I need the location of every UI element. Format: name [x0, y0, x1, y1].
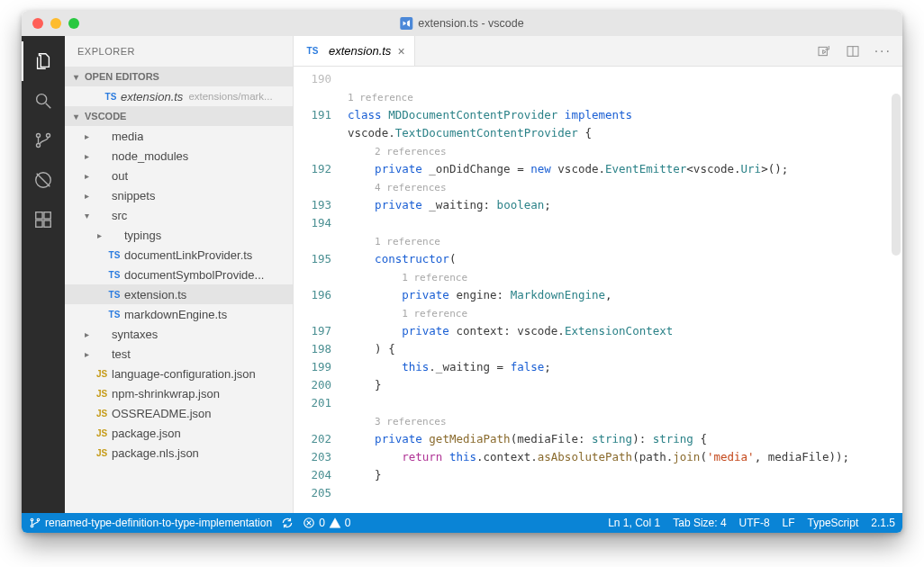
maximize-window-button[interactable]	[68, 18, 79, 29]
ts-file-icon: TS	[104, 270, 124, 280]
explorer-item[interactable]: node_modules	[65, 146, 293, 166]
window-controls	[22, 18, 79, 29]
bug-icon	[33, 170, 53, 190]
explorer-item[interactable]: TSextension.ts	[65, 284, 293, 304]
item-label: language-configuration.json	[112, 367, 256, 381]
svg-rect-8	[44, 220, 50, 227]
js-file-icon: JS	[92, 389, 112, 399]
editor-actions: ···	[806, 36, 902, 66]
chevron-icon	[81, 211, 92, 220]
explorer-item[interactable]: TSextension.tsextensions/mark...	[65, 86, 293, 106]
item-label: npm-shrinkwrap.json	[112, 387, 220, 400]
goto-icon[interactable]	[817, 44, 831, 58]
code-content[interactable]: 1 referenceclass MDDocumentContentProvid…	[348, 67, 902, 513]
explorer-item[interactable]: snippets	[65, 185, 293, 205]
svg-point-2	[36, 143, 40, 147]
svg-point-1	[36, 133, 40, 137]
explorer-item[interactable]: JSlanguage-configuration.json	[65, 364, 293, 383]
item-label: out	[112, 169, 128, 183]
svg-rect-5	[36, 212, 42, 219]
explorer-item[interactable]: out	[65, 166, 293, 185]
svg-point-0	[37, 94, 47, 104]
explorer-item[interactable]: JSOSSREADME.json	[65, 403, 293, 423]
item-label: documentLinkProvider.ts	[124, 248, 252, 262]
git-branch-icon	[33, 130, 53, 150]
item-label: package.json	[112, 427, 181, 440]
chevron-icon	[94, 230, 104, 240]
chevron-icon	[81, 151, 92, 161]
activity-scm[interactable]	[22, 121, 65, 160]
svg-point-12	[31, 525, 33, 527]
window-title: extension.ts - vscode	[400, 17, 523, 30]
titlebar[interactable]: extension.ts - vscode	[22, 11, 902, 36]
editor-tabbar: TS extension.ts × ···	[294, 36, 902, 67]
item-label: typings	[124, 229, 161, 242]
status-eol[interactable]: LF	[783, 517, 795, 529]
explorer-item[interactable]: JSpackage.nls.json	[65, 443, 293, 463]
line-number-gutter: 1901911921931941951961971981992002012022…	[294, 67, 348, 513]
svg-rect-7	[36, 220, 42, 227]
tab-close-icon[interactable]: ×	[397, 44, 404, 58]
item-label: OSSREADME.json	[112, 407, 212, 420]
explorer-item[interactable]: src	[65, 205, 293, 225]
extensions-icon	[33, 210, 53, 230]
explorer-item[interactable]: JSnpm-shrinkwrap.json	[65, 383, 293, 403]
more-actions-icon[interactable]: ···	[874, 43, 892, 59]
branch-icon	[29, 517, 41, 529]
status-cursor-position[interactable]: Ln 1, Col 1	[608, 517, 660, 529]
explorer-item[interactable]: JSpackage.json	[65, 423, 293, 443]
section-open-editors[interactable]: OPEN EDITORS	[65, 67, 293, 86]
section-workspace[interactable]: VSCODE	[65, 106, 293, 126]
explorer-item[interactable]: TSmarkdownEngine.ts	[65, 304, 293, 324]
ts-file-icon: TS	[104, 310, 124, 320]
sidebar-explorer: EXPLORER OPEN EDITORS TSextension.tsexte…	[65, 36, 294, 513]
vscode-icon	[400, 17, 412, 30]
activity-debug[interactable]	[22, 160, 65, 200]
code-editor[interactable]: 1901911921931941951961971981992002012022…	[294, 67, 902, 513]
explorer-item[interactable]: TSdocumentSymbolProvide...	[65, 265, 293, 284]
chevron-icon	[81, 191, 92, 201]
explorer-item[interactable]: typings	[65, 225, 293, 245]
item-label: media	[112, 130, 143, 143]
minimize-window-button[interactable]	[50, 18, 61, 29]
status-problems[interactable]: 0 0	[303, 517, 350, 529]
vertical-scrollbar[interactable]	[892, 94, 901, 256]
tab-filename: extension.ts	[329, 44, 391, 58]
window-title-text: extension.ts - vscode	[418, 17, 523, 30]
split-editor-icon[interactable]	[846, 44, 860, 58]
status-encoding[interactable]: UTF-8	[739, 517, 770, 529]
chevron-icon	[81, 329, 92, 339]
item-label: documentSymbolProvide...	[124, 268, 264, 282]
svg-point-3	[46, 133, 50, 137]
explorer-item[interactable]: syntaxes	[65, 324, 293, 344]
activity-explorer[interactable]	[22, 41, 65, 81]
status-version[interactable]: 2.1.5	[871, 517, 895, 529]
chevron-icon	[81, 131, 92, 141]
editor-group: TS extension.ts × ··· 190191192193194195…	[294, 36, 902, 513]
activity-search[interactable]	[22, 81, 65, 121]
warning-icon	[329, 517, 341, 529]
status-tab-size[interactable]: Tab Size: 4	[673, 517, 726, 529]
item-label: node_modules	[112, 149, 188, 163]
item-label: test	[112, 347, 131, 361]
close-window-button[interactable]	[32, 18, 43, 29]
explorer-item[interactable]: media	[65, 126, 293, 146]
js-file-icon: JS	[92, 428, 112, 438]
explorer-item[interactable]: test	[65, 344, 293, 364]
status-language[interactable]: TypeScript	[808, 517, 859, 529]
ts-file-icon: TS	[104, 290, 124, 300]
ts-file-icon: TS	[303, 46, 322, 56]
status-sync[interactable]	[281, 517, 294, 529]
item-label: package.nls.json	[112, 446, 199, 460]
ts-file-icon: TS	[104, 250, 124, 260]
search-icon	[33, 91, 53, 111]
activity-extensions[interactable]	[22, 200, 65, 239]
status-branch[interactable]: renamed-type-definition-to-type-implemen…	[29, 517, 272, 529]
vscode-window: extension.ts - vscode EXPLORER OPEN EDIT…	[22, 11, 902, 533]
explorer-item[interactable]: TSdocumentLinkProvider.ts	[65, 245, 293, 265]
editor-tab-extension[interactable]: TS extension.ts ×	[294, 36, 415, 66]
ts-file-icon: TS	[101, 92, 121, 102]
svg-point-11	[31, 518, 33, 521]
item-label: extension.ts	[121, 90, 183, 104]
item-label: syntaxes	[112, 328, 158, 341]
